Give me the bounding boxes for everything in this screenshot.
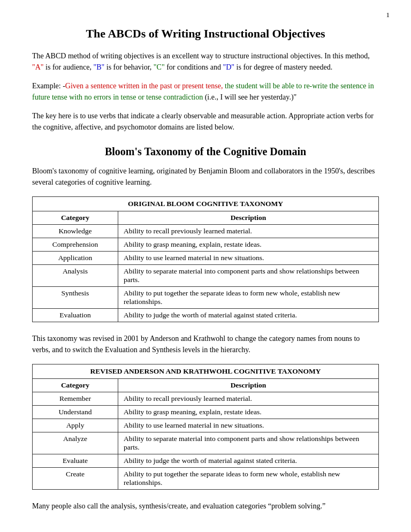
original-row-2-category: Application — [33, 252, 118, 265]
intro-D-label: "D" — [223, 63, 235, 71]
revised-row-2-category: Apply — [33, 419, 118, 432]
original-bloom-table: ORIGINAL BLOOM COGNITIVE TAXONOMY Catego… — [32, 196, 379, 322]
original-row-5-description: Ability to judge the worth of material a… — [118, 309, 379, 322]
bloom-intro: Bloom's taxonomy of cognitive learning, … — [32, 165, 379, 188]
intro-C-label: "C" — [154, 63, 165, 71]
original-table-header-category: Category — [33, 211, 118, 225]
original-row-1-description: Ability to grasp meaning, explain, resta… — [118, 238, 379, 252]
revised-intro: This taxonomy was revised in 2001 by And… — [32, 333, 379, 355]
table-row: Comprehension Ability to grasp meaning, … — [33, 238, 379, 252]
original-row-4-category: Synthesis — [33, 287, 118, 309]
intro-part4: for conditions and — [165, 63, 223, 71]
intro-part2: is for audience, — [44, 63, 94, 71]
revised-table-header-category: Category — [33, 379, 118, 392]
intro-part3: is for behavior, — [104, 63, 154, 71]
revised-row-5-description: Ability to put together the separate ide… — [118, 468, 379, 490]
revised-row-3-description: Ability to separate material into compon… — [118, 432, 379, 454]
table-row: Analysis Ability to separate material in… — [33, 265, 379, 287]
table-row: Evaluation Ability to judge the worth of… — [33, 309, 379, 322]
original-row-0-description: Ability to recall previously learned mat… — [118, 225, 379, 238]
intro-part1: The ABCD method of writing objectives is… — [32, 52, 370, 60]
table-row: Evaluate Ability to judge the worth of m… — [33, 454, 379, 468]
revised-table-title: REVISED ANDERSON AND KRATHWOHL COGNITIVE… — [33, 364, 379, 379]
intro-B-label: "B" — [93, 63, 104, 71]
original-row-2-description: Ability to use learned material in new s… — [118, 252, 379, 265]
table-row: Analyze Ability to separate material int… — [33, 432, 379, 454]
revised-row-5-category: Create — [33, 468, 118, 490]
original-bloom-table-wrapper: ORIGINAL BLOOM COGNITIVE TAXONOMY Catego… — [32, 196, 379, 322]
revised-row-2-description: Ability to use learned material in new s… — [118, 419, 379, 432]
original-row-0-category: Knowledge — [33, 225, 118, 238]
revised-bloom-table: REVISED ANDERSON AND KRATHWOHL COGNITIVE… — [32, 364, 379, 490]
table-row: Synthesis Ability to put together the se… — [33, 287, 379, 309]
original-row-3-description: Ability to separate material into compon… — [118, 265, 379, 287]
example-condition: Given a sentence written in the past or … — [65, 82, 223, 90]
revised-row-0-category: Remember — [33, 392, 118, 406]
intro-A-label: "A" — [32, 63, 44, 71]
original-row-1-category: Comprehension — [33, 238, 118, 252]
table-row: Knowledge Ability to recall previously l… — [33, 225, 379, 238]
revised-row-4-description: Ability to judge the worth of material a… — [118, 454, 379, 468]
original-table-title: ORIGINAL BLOOM COGNITIVE TAXONOMY — [33, 197, 379, 211]
page-number: 1 — [386, 11, 390, 19]
example-paragraph: Example: -Given a sentence written in th… — [32, 80, 379, 103]
closing-paragraph: Many people also call the analysis, synt… — [32, 500, 379, 512]
original-row-3-category: Analysis — [33, 265, 118, 287]
bloom-section-title: Bloom's Taxonomy of the Cognitive Domain — [32, 146, 379, 158]
table-row: Application Ability to use learned mater… — [33, 252, 379, 265]
table-row: Understand Ability to grasp meaning, exp… — [33, 406, 379, 419]
revised-row-3-category: Analyze — [33, 432, 118, 454]
original-table-header-description: Description — [118, 211, 379, 225]
original-row-5-category: Evaluation — [33, 309, 118, 322]
table-row: Apply Ability to use learned material in… — [33, 419, 379, 432]
key-paragraph: The key here is to use verbs that indica… — [32, 110, 379, 133]
main-title: The ABCDs of Writing Instructional Objec… — [32, 27, 379, 41]
revised-row-1-description: Ability to grasp meaning, explain, resta… — [118, 406, 379, 419]
revised-bloom-table-wrapper: REVISED ANDERSON AND KRATHWOHL COGNITIVE… — [32, 364, 379, 490]
table-row: Create Ability to put together the separ… — [33, 468, 379, 490]
revised-row-4-category: Evaluate — [33, 454, 118, 468]
example-end: (i.e., I will see her yesterday.)" — [203, 93, 296, 101]
original-row-4-description: Ability to put together the separate ide… — [118, 287, 379, 309]
intro-paragraph: The ABCD method of writing objectives is… — [32, 50, 379, 73]
intro-part5: is for degree of mastery needed. — [234, 63, 332, 71]
revised-row-0-description: Ability to recall previously learned mat… — [118, 392, 379, 406]
revised-row-1-category: Understand — [33, 406, 118, 419]
example-label: Example: - — [32, 82, 65, 90]
revised-table-header-description: Description — [118, 379, 379, 392]
table-row: Remember Ability to recall previously le… — [33, 392, 379, 406]
